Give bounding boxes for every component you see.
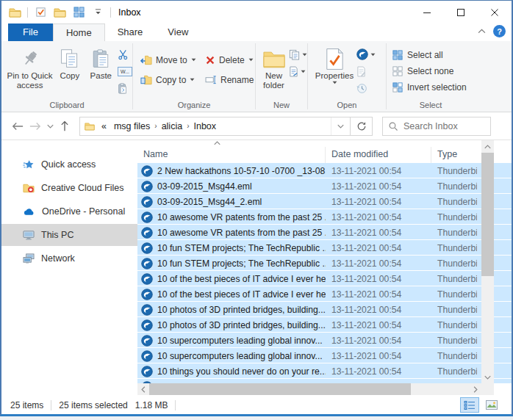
table-row[interactable]: 10 things you should never do on your re… bbox=[137, 363, 512, 379]
history-button[interactable] bbox=[356, 82, 376, 95]
search-input[interactable] bbox=[403, 121, 485, 131]
copy-path-button[interactable]: W... bbox=[118, 65, 132, 78]
history-icon bbox=[356, 83, 367, 94]
table-row[interactable]: 10 photos of 3D printed bridges, buildin… bbox=[137, 317, 512, 333]
table-row[interactable]: 10 supercomputers leading global innov..… bbox=[137, 333, 512, 348]
delete-button[interactable]: Delete bbox=[205, 50, 262, 70]
sidebar-item-network[interactable]: Network bbox=[1, 247, 137, 269]
table-row[interactable]: 2 New hackathons 10-57-10 -0700 _13-08..… bbox=[137, 163, 512, 178]
sidebar-item-this-pc[interactable]: This PC bbox=[1, 224, 137, 246]
scroll-right-icon[interactable] bbox=[470, 383, 481, 395]
rename-button[interactable]: Rename bbox=[205, 70, 262, 90]
collapse-ribbon-icon[interactable] bbox=[478, 29, 486, 34]
refresh-button[interactable] bbox=[350, 117, 372, 135]
file-type: Thunderbird D bbox=[431, 212, 477, 222]
open-with-thunderbird-button[interactable] bbox=[356, 48, 376, 61]
delete-label: Delete bbox=[219, 55, 245, 65]
copy-to-button[interactable]: Copy to bbox=[140, 70, 205, 90]
table-row[interactable]: 10 of the best pieces of IT advice I eve… bbox=[137, 286, 512, 302]
horizontal-scroll-thumb[interactable] bbox=[149, 383, 411, 395]
address-bar: « msg files›alicia›Inbox bbox=[1, 112, 512, 140]
paste-shortcut-button[interactable] bbox=[118, 82, 132, 95]
qat-new-folder-icon[interactable] bbox=[53, 6, 66, 19]
new-item-button[interactable] bbox=[289, 48, 307, 61]
select-all-icon bbox=[392, 50, 403, 60]
scroll-up-icon[interactable] bbox=[481, 140, 494, 153]
select-none-button[interactable]: Select none bbox=[392, 63, 475, 79]
tab-share[interactable]: Share bbox=[105, 23, 156, 41]
divider bbox=[110, 7, 111, 18]
thunderbird-file-icon bbox=[141, 211, 153, 223]
onedrive-icon bbox=[23, 208, 35, 216]
cut-button[interactable] bbox=[118, 48, 132, 61]
column-header-date-modified[interactable]: Date modified bbox=[326, 147, 431, 163]
scroll-down-icon[interactable] bbox=[481, 371, 494, 383]
vertical-scroll-thumb[interactable] bbox=[481, 153, 494, 276]
table-row[interactable]: 03-09-2015_Msg44.eml 13-11-2021 00:54 Th… bbox=[137, 178, 512, 194]
thunderbird-file-icon bbox=[141, 350, 153, 362]
status-bar: 25 items 25 items selected 1.18 MB bbox=[1, 395, 512, 415]
forward-button[interactable] bbox=[26, 117, 44, 135]
sidebar-item-onedrive-personal[interactable]: OneDrive - Personal bbox=[1, 200, 137, 222]
column-header-name[interactable]: Name bbox=[137, 147, 326, 163]
table-row[interactable]: 10 awesome VR patents from the past 25 .… bbox=[137, 225, 512, 240]
up-button[interactable] bbox=[56, 117, 73, 135]
move-to-button[interactable]: Move to bbox=[140, 50, 205, 70]
paste-icon bbox=[91, 46, 110, 71]
back-button[interactable] bbox=[9, 117, 26, 135]
address-box[interactable]: « msg files›alicia›Inbox bbox=[79, 117, 373, 136]
maximize-button[interactable] bbox=[444, 1, 478, 23]
file-name: 10 of the best pieces of IT advice I eve… bbox=[157, 274, 326, 284]
invert-selection-label: Invert selection bbox=[407, 82, 467, 93]
file-name: 10 supercomputers leading global innov..… bbox=[157, 351, 326, 361]
select-all-button[interactable]: Select all bbox=[392, 47, 475, 63]
qat-customize-chevron-icon[interactable] bbox=[91, 6, 104, 19]
chevron-down-icon bbox=[302, 53, 307, 57]
copy-to-icon bbox=[140, 75, 152, 85]
breadcrumb-overflow[interactable]: « bbox=[98, 121, 110, 131]
table-row[interactable]: 10 fun STEM projects; The TechRepublic .… bbox=[137, 256, 512, 271]
horizontal-scrollbar[interactable] bbox=[137, 383, 481, 395]
table-row[interactable]: 10 supercomputers leading global innov..… bbox=[137, 348, 512, 363]
move-to-label: Move to bbox=[156, 55, 187, 65]
new-item-icon bbox=[289, 49, 300, 60]
rename-icon bbox=[205, 75, 217, 84]
scroll-left-icon[interactable] bbox=[137, 383, 149, 395]
tab-view[interactable]: View bbox=[155, 23, 201, 41]
file-date-modified: 13-11-2021 00:54 bbox=[326, 274, 431, 284]
column-header-type[interactable]: Type bbox=[431, 147, 481, 163]
file-type: Thunderbird D bbox=[431, 305, 477, 315]
recent-locations-chevron-icon[interactable] bbox=[44, 117, 56, 135]
tab-file[interactable]: File bbox=[8, 23, 53, 41]
sidebar-item-quick-access[interactable]: Quick access bbox=[1, 153, 137, 175]
table-row[interactable]: 10 fun STEM projects; The TechRepublic .… bbox=[137, 240, 512, 256]
breadcrumb-segment[interactable]: msg files bbox=[110, 121, 154, 131]
address-dropdown-chevron-icon[interactable] bbox=[331, 117, 350, 135]
column-type-label: Type bbox=[437, 149, 457, 159]
edit-icon bbox=[356, 66, 366, 77]
help-button[interactable]: ? bbox=[493, 25, 506, 37]
table-row[interactable]: 03-09-2015_Msg44_2.eml 13-11-2021 00:54 … bbox=[137, 194, 512, 209]
easy-access-button[interactable] bbox=[289, 65, 307, 78]
sidebar-item-label: Creative Cloud Files bbox=[41, 183, 124, 193]
edit-button[interactable] bbox=[356, 65, 376, 78]
breadcrumb-segment[interactable]: Inbox bbox=[190, 121, 220, 131]
vertical-scrollbar[interactable] bbox=[481, 140, 494, 383]
qat-properties-icon[interactable] bbox=[34, 6, 47, 19]
table-row[interactable]: 10 awesome VR patents from the past 25 .… bbox=[137, 209, 512, 225]
details-view-button[interactable] bbox=[460, 397, 479, 413]
minimize-button[interactable] bbox=[410, 1, 444, 23]
table-row[interactable]: 10 of the best pieces of IT advice I eve… bbox=[137, 271, 512, 286]
tab-home[interactable]: Home bbox=[53, 23, 105, 41]
thunderbird-file-icon bbox=[141, 335, 153, 347]
qat-view-tiles-icon[interactable] bbox=[72, 6, 85, 19]
table-row[interactable]: 10 photos of 3D printed bridges, buildin… bbox=[137, 302, 512, 317]
sidebar-item-creative-cloud-files[interactable]: Creative Cloud Files bbox=[1, 177, 137, 199]
thunderbird-icon bbox=[356, 48, 368, 60]
close-button[interactable] bbox=[478, 1, 512, 23]
breadcrumb-segment[interactable]: alicia bbox=[158, 121, 187, 131]
thumbnails-view-button[interactable] bbox=[482, 397, 501, 413]
invert-selection-button[interactable]: Invert selection bbox=[392, 79, 475, 95]
thunderbird-file-icon bbox=[141, 242, 153, 254]
file-name: 03-09-2015_Msg44.eml bbox=[157, 181, 326, 192]
